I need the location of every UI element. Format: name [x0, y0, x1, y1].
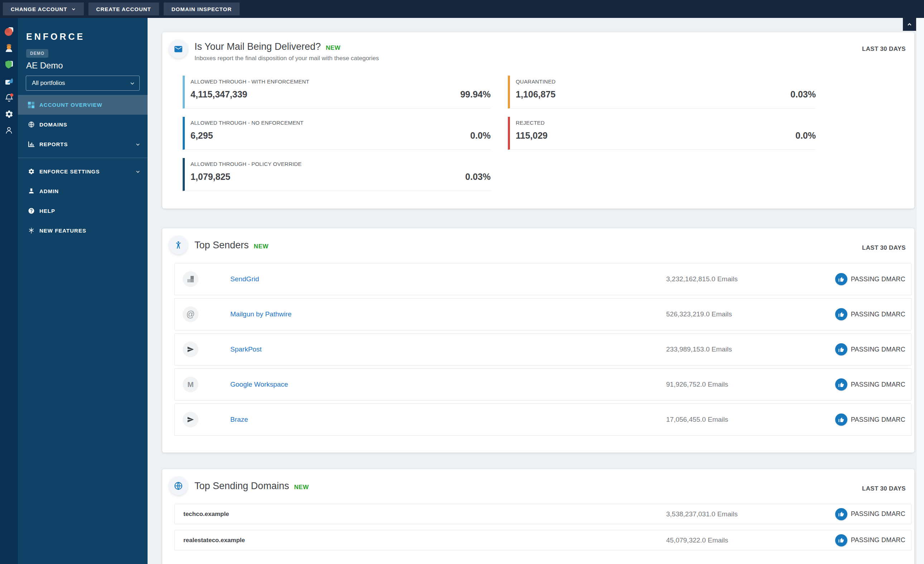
portfolio-select[interactable]: All portfolios	[26, 75, 140, 91]
stat-allowed-with-enforcement: ALLOWED THROUGH - WITH ENFORCEMENT 4,115…	[183, 75, 490, 108]
scroll-to-top-button[interactable]	[903, 18, 916, 31]
stat-rejected: REJECTED 115,029 0.0%	[508, 117, 816, 150]
new-badge: NEW	[326, 44, 340, 52]
stat-label: ALLOWED THROUGH - NO ENFORCEMENT	[190, 120, 490, 126]
delivery-stats: ALLOWED THROUGH - WITH ENFORCEMENT 4,115…	[183, 75, 914, 209]
sidebar-item-help[interactable]: HELP	[18, 201, 147, 221]
stat-value: 1,106,875	[516, 89, 555, 99]
email-count: 3,232,162,815.0 Emails	[666, 275, 738, 283]
email-count: 45,079,322.0 Emails	[666, 536, 728, 544]
email-count: 3,538,237,031.0 Emails	[666, 510, 738, 518]
stat-percent: 0.0%	[470, 131, 490, 141]
chevron-up-icon	[907, 22, 912, 27]
shield-green-icon[interactable]	[3, 59, 15, 70]
status-text: PASSING DMARC	[851, 536, 905, 544]
domain-list: techco.example 3,538,237,031.0 Emails PA…	[174, 504, 912, 564]
period-label: LAST 30 DAYS	[862, 244, 906, 251]
at-sign-icon: @	[183, 306, 198, 322]
chevron-down-icon	[71, 7, 76, 12]
thumbs-up-icon	[835, 378, 848, 391]
top-bar: CHANGE ACCOUNT CREATE ACCOUNT DOMAIN INS…	[0, 0, 924, 18]
sidebar-item-admin[interactable]: ADMIN	[18, 181, 147, 201]
change-account-label: CHANGE ACCOUNT	[11, 6, 68, 12]
sender-link[interactable]: SendGrid	[230, 275, 259, 283]
change-account-button[interactable]: CHANGE ACCOUNT	[3, 3, 84, 15]
sender-list: SendGrid 3,232,162,815.0 Emails PASSING …	[174, 263, 912, 453]
sender-row: SparkPost 233,989,153.0 Emails PASSING D…	[174, 333, 912, 365]
create-account-label: CREATE ACCOUNT	[96, 6, 151, 12]
status-text: PASSING DMARC	[851, 416, 905, 424]
sidebar-item-enforce-settings[interactable]: ENFORCE SETTINGS	[18, 162, 147, 181]
status-text: PASSING DMARC	[851, 346, 905, 353]
delivery-card: Is Your Mail Being Delivered? NEW Inboxe…	[162, 32, 914, 209]
sender-link[interactable]: Mailgun by Pathwire	[230, 310, 291, 318]
status-badge: PASSING DMARC	[835, 378, 905, 391]
sender-link[interactable]: Braze	[230, 416, 248, 424]
domain-inspector-button[interactable]: DOMAIN INSPECTOR	[164, 3, 240, 15]
status-text: PASSING DMARC	[851, 311, 905, 318]
status-badge: PASSING DMARC	[835, 534, 905, 546]
paper-plane-icon	[183, 341, 198, 357]
thumbs-up-icon	[835, 308, 848, 320]
email-count: 91,926,752.0 Emails	[666, 381, 728, 388]
sidebar: ENFORCE DEMO AE Demo All portfolios ACCO…	[18, 18, 147, 564]
stat-label: ALLOWED THROUGH - WITH ENFORCEMENT	[190, 78, 490, 84]
scrollbar[interactable]	[916, 18, 924, 564]
notifications-bell-icon[interactable]	[3, 92, 15, 103]
sender-row: @ Mailgun by Pathwire 526,323,219.0 Emai…	[174, 298, 912, 330]
stat-quarantined: QUARANTINED 1,106,875 0.03%	[508, 75, 816, 108]
sidebar-item-label: NEW FEATURES	[39, 227, 86, 234]
sidebar-item-label: ADMIN	[39, 188, 59, 194]
thumbs-up-icon	[835, 343, 848, 355]
top-senders-header: Top Senders NEW LAST 30 DAYS	[162, 228, 914, 254]
domain-row: techco.example 3,538,237,031.0 Emails PA…	[174, 504, 912, 524]
sidebar-item-label: REPORTS	[39, 141, 68, 147]
sidebar-item-label: ACCOUNT OVERVIEW	[39, 102, 102, 108]
chart-blue-icon[interactable]	[3, 75, 15, 87]
stat-value: 1,079,825	[190, 171, 230, 182]
status-badge: PASSING DMARC	[835, 273, 905, 285]
chevron-down-icon	[130, 81, 135, 86]
stat-label: REJECTED	[516, 120, 816, 126]
stat-value: 6,295	[190, 131, 213, 141]
bar-chart-icon	[28, 141, 35, 147]
card-title: Top Senders	[195, 240, 249, 251]
sender-row: M Google Workspace 91,926,752.0 Emails P…	[174, 368, 912, 401]
sidebar-item-reports[interactable]: REPORTS	[18, 134, 147, 154]
sidebar-item-account-overview[interactable]: ACCOUNT OVERVIEW	[18, 95, 147, 115]
email-count: 17,056,455.0 Emails	[666, 416, 728, 424]
app-icon-rail	[0, 18, 18, 564]
user-orange-icon[interactable]	[3, 42, 15, 54]
chevron-down-icon	[135, 142, 140, 147]
sendgrid-grid-icon	[183, 271, 198, 287]
person-arms-up-icon	[169, 236, 188, 254]
new-badge: NEW	[294, 484, 309, 491]
grid-icon	[28, 101, 35, 108]
top-sending-domains-card: Top Sending Domains NEW LAST 30 DAYS tec…	[162, 469, 914, 564]
brand-red-icon[interactable]	[3, 26, 15, 37]
settings-gear-icon[interactable]	[3, 108, 15, 120]
sender-row: Braze 17,056,455.0 Emails PASSING DMARC	[174, 403, 912, 436]
thumbs-up-icon	[835, 534, 848, 546]
sender-link[interactable]: SparkPost	[230, 346, 262, 353]
stat-label: ALLOWED THROUGH - POLICY OVERRIDE	[190, 161, 490, 167]
top-domains-header: Top Sending Domains NEW LAST 30 DAYS	[162, 469, 914, 495]
stat-value: 4,115,347,339	[190, 89, 248, 99]
sidebar-item-domains[interactable]: DOMAINS	[18, 115, 147, 134]
card-subtitle: Inboxes report the final disposition of …	[195, 55, 379, 62]
domain-inspector-label: DOMAIN INSPECTOR	[171, 6, 232, 12]
status-badge: PASSING DMARC	[835, 343, 905, 355]
chevron-down-icon	[135, 169, 140, 174]
paper-plane-icon	[183, 412, 198, 427]
sidebar-item-new-features[interactable]: NEW FEATURES	[18, 221, 147, 241]
admin-person-icon	[28, 188, 35, 195]
sidebar-item-label: DOMAINS	[39, 122, 68, 128]
page-title: Is Your Mail Being Delivered?	[195, 41, 321, 52]
stat-percent: 0.0%	[795, 131, 816, 141]
gear-icon	[28, 168, 35, 175]
status-text: PASSING DMARC	[851, 381, 905, 388]
sender-link[interactable]: Google Workspace	[230, 381, 288, 388]
account-user-icon[interactable]	[3, 125, 15, 136]
create-account-button[interactable]: CREATE ACCOUNT	[88, 3, 159, 15]
stats-right-column: QUARANTINED 1,106,875 0.03% REJECTED 115…	[508, 75, 816, 199]
